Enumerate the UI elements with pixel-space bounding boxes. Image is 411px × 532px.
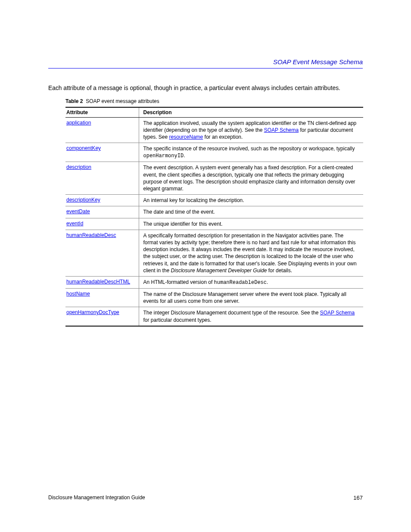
table-row: humanReadableDescHTMLAn HTML-formatted v… bbox=[65, 276, 363, 288]
attribute-cell: description bbox=[65, 162, 139, 195]
table-row: descriptionThe event description. A syst… bbox=[65, 162, 363, 195]
attribute-cell: humanReadableDesc bbox=[65, 230, 139, 276]
attribute-cell: application bbox=[65, 117, 139, 143]
cross-reference-link[interactable]: SOAP Schema bbox=[320, 310, 355, 316]
description-cell: An internal key for localizing the descr… bbox=[139, 195, 363, 206]
attribute-link[interactable]: description bbox=[66, 164, 91, 170]
description-cell: The event description. A system event ge… bbox=[139, 162, 363, 195]
description-cell: A specifically formatted description for… bbox=[139, 230, 363, 276]
footer-page-number: 167 bbox=[353, 495, 363, 501]
italic-text: Disclosure Management Developer Guide bbox=[171, 268, 267, 274]
running-header: SOAP Event Message Schema bbox=[273, 58, 363, 65]
attribute-cell: hostName bbox=[65, 289, 139, 307]
attribute-cell: humanReadableDescHTML bbox=[65, 276, 139, 288]
header-rule bbox=[48, 68, 363, 68]
attribute-link[interactable]: humanReadableDesc bbox=[66, 232, 116, 238]
attribute-link[interactable]: humanReadableDescHTML bbox=[66, 279, 130, 285]
description-cell: The unique identifier for this event. bbox=[139, 218, 363, 230]
attributes-table: Attribute Description applicationThe app… bbox=[65, 107, 363, 327]
table-header-attribute: Attribute bbox=[65, 107, 139, 118]
cross-reference-link[interactable]: SOAP Schema bbox=[264, 127, 299, 133]
table-row: eventDateThe date and time of the event. bbox=[65, 206, 363, 218]
code-text: openHarmonyID bbox=[143, 153, 184, 159]
attribute-link[interactable]: descriptionKey bbox=[66, 197, 100, 203]
table-header-description: Description bbox=[139, 107, 363, 118]
table-row: hostNameThe name of the Disclosure Manag… bbox=[65, 289, 363, 307]
table-row: eventIdThe unique identifier for this ev… bbox=[65, 218, 363, 230]
attribute-link[interactable]: openHarmonyDocType bbox=[66, 309, 119, 315]
table-caption-text: SOAP event message attributes bbox=[86, 98, 159, 104]
footer-doc-title: Disclosure Management Integration Guide bbox=[48, 495, 145, 501]
description-cell: The date and time of the event. bbox=[139, 206, 363, 218]
attribute-cell: eventId bbox=[65, 218, 139, 230]
attribute-cell: componentKey bbox=[65, 143, 139, 162]
attribute-link[interactable]: application bbox=[66, 120, 91, 126]
table-row: componentKeyThe specific instance of the… bbox=[65, 143, 363, 162]
description-cell: The integer Disclosure Management docume… bbox=[139, 307, 363, 326]
description-cell: The specific instance of the resource in… bbox=[139, 143, 363, 162]
description-cell: The application involved, usually the sy… bbox=[139, 117, 363, 143]
table-number: Table 2 bbox=[65, 98, 83, 104]
table-row: descriptionKeyAn internal key for locali… bbox=[65, 195, 363, 206]
attribute-cell: eventDate bbox=[65, 206, 139, 218]
attribute-cell: openHarmonyDocType bbox=[65, 307, 139, 326]
attribute-link[interactable]: componentKey bbox=[66, 145, 101, 151]
cross-reference-link[interactable]: resourceName bbox=[169, 134, 203, 140]
attribute-link[interactable]: eventId bbox=[66, 221, 83, 227]
attribute-link[interactable]: eventDate bbox=[66, 208, 90, 215]
attribute-link[interactable]: hostName bbox=[66, 291, 90, 297]
table-caption: Table 2 SOAP event message attributes bbox=[65, 98, 363, 104]
table-row: openHarmonyDocTypeThe integer Disclosure… bbox=[65, 307, 363, 326]
description-cell: An HTML-formatted version of humanReadab… bbox=[139, 276, 363, 288]
table-row: applicationThe application involved, usu… bbox=[65, 117, 363, 143]
table-row: humanReadableDescA specifically formatte… bbox=[65, 230, 363, 276]
attribute-cell: descriptionKey bbox=[65, 195, 139, 206]
code-text: humanReadableDesc bbox=[214, 280, 267, 286]
intro-paragraph: Each attribute of a message is optional,… bbox=[48, 84, 363, 92]
description-cell: The name of the Disclosure Management se… bbox=[139, 289, 363, 307]
